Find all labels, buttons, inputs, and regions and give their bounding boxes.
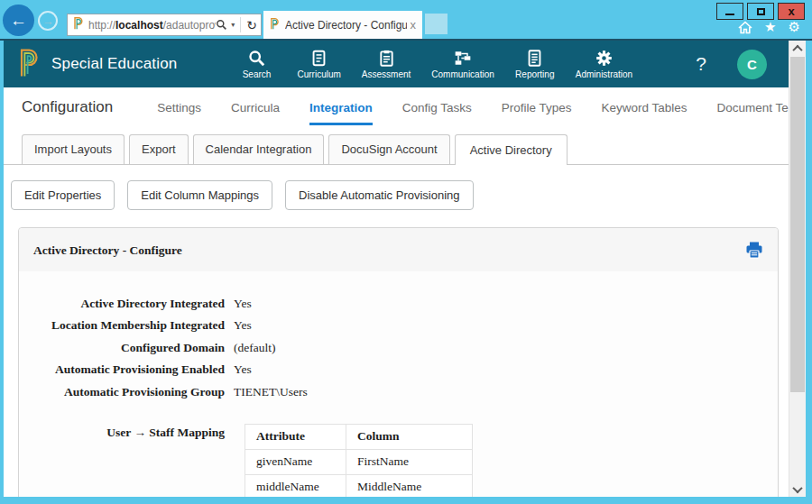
tab-config-tasks[interactable]: Config Tasks bbox=[402, 101, 472, 125]
tab-favicon-icon bbox=[270, 17, 280, 33]
search-icon bbox=[248, 50, 265, 67]
favorites-star-icon[interactable]: ★ bbox=[764, 19, 776, 35]
chevron-down-icon[interactable]: ▾ bbox=[231, 21, 235, 29]
nav-item-administration[interactable]: Administration bbox=[576, 50, 632, 79]
back-icon: ← bbox=[10, 11, 27, 31]
maximize-button[interactable] bbox=[747, 3, 774, 20]
close-icon: x bbox=[788, 5, 794, 18]
forward-icon: → bbox=[42, 14, 54, 28]
nav-item-curriculum[interactable]: Curriculum bbox=[298, 50, 341, 79]
config-header: Configuration Settings Curricula Integra… bbox=[4, 87, 789, 125]
user-staff-mapping-section: User → Staff Mapping Attribute Column bbox=[33, 424, 763, 497]
chevron-up-icon bbox=[792, 44, 802, 54]
url-host: localhost bbox=[115, 19, 163, 32]
subtab-active-directory[interactable]: Active Directory bbox=[455, 134, 567, 165]
tab-curricula[interactable]: Curricula bbox=[231, 101, 280, 125]
field-label: Location Membership Integrated bbox=[33, 315, 225, 336]
tab-keyword-tables[interactable]: Keyword Tables bbox=[602, 101, 687, 125]
active-directory-panel: Active Directory - Configure Active Dire… bbox=[18, 227, 779, 497]
panel-title: Active Directory - Configure bbox=[33, 243, 745, 258]
action-buttons: Edit Properties Edit Column Mappings Dis… bbox=[4, 165, 789, 210]
window-controls: x bbox=[716, 3, 805, 20]
field-value: Yes bbox=[234, 293, 252, 315]
field-label: Automatic Provisioning Group bbox=[33, 381, 225, 403]
field-label: Configured Domain bbox=[33, 337, 225, 359]
refresh-icon[interactable]: ↻ bbox=[246, 18, 257, 32]
page-viewport: Special Education Search Curriculum Asse… bbox=[4, 41, 806, 497]
scroll-down-button[interactable] bbox=[789, 481, 806, 497]
gear-icon bbox=[595, 50, 613, 67]
app-logo-icon[interactable] bbox=[19, 48, 41, 81]
tab-close-icon[interactable]: x bbox=[411, 18, 417, 32]
main-nav: Search Curriculum Assessment Communicati… bbox=[237, 50, 633, 79]
vertical-scrollbar[interactable] bbox=[789, 41, 806, 497]
tab-profile-types[interactable]: Profile Types bbox=[502, 101, 572, 125]
sitemap-icon bbox=[454, 50, 472, 67]
table-row: givenName FirstName bbox=[245, 450, 473, 475]
print-icon[interactable] bbox=[745, 242, 763, 259]
help-button[interactable]: ? bbox=[696, 53, 706, 75]
field-row: Location Membership Integrated Yes bbox=[33, 315, 763, 336]
field-label: Automatic Provisioning Enabled bbox=[33, 359, 225, 380]
minimize-button[interactable] bbox=[716, 3, 743, 20]
browser-tab[interactable]: Active Directory - Configure x bbox=[263, 11, 422, 39]
column-header: Attribute bbox=[245, 425, 346, 450]
table-row: middleName MiddleName bbox=[245, 475, 473, 497]
tab-integration[interactable]: Integration bbox=[309, 101, 373, 125]
mapping-label: User → Staff Mapping bbox=[33, 424, 225, 497]
nav-item-communication[interactable]: Communication bbox=[431, 50, 494, 79]
field-label: Active Directory Integrated bbox=[33, 293, 225, 315]
field-value: (default) bbox=[234, 337, 275, 359]
close-button[interactable]: x bbox=[778, 3, 805, 20]
forward-button[interactable]: → bbox=[38, 11, 58, 31]
new-tab-button[interactable] bbox=[425, 14, 448, 34]
settings-gear-icon[interactable]: ⚙ bbox=[789, 19, 800, 35]
page-content: Special Education Search Curriculum Asse… bbox=[4, 41, 789, 497]
divider bbox=[240, 17, 241, 32]
edit-column-mappings-button[interactable]: Edit Column Mappings bbox=[127, 180, 272, 210]
panel-body: Active Directory Integrated Yes Location… bbox=[19, 271, 778, 497]
tab-document-templates[interactable]: Document Templates bbox=[717, 101, 789, 125]
sub-tabs: Import Layouts Export Calendar Integrati… bbox=[4, 134, 789, 165]
disable-automatic-provisioning-button[interactable]: Disable Automatic Provisioning bbox=[285, 180, 473, 210]
table-cell: middleName bbox=[245, 475, 346, 497]
table-cell: FirstName bbox=[346, 450, 473, 475]
table-header-row: Attribute Column bbox=[245, 425, 473, 450]
table-cell: MiddleName bbox=[346, 475, 473, 497]
book-icon bbox=[310, 50, 328, 67]
panel-header: Active Directory - Configure bbox=[19, 228, 778, 271]
subtab-import-layouts[interactable]: Import Layouts bbox=[22, 134, 125, 164]
url-text: http://localhost/adautoprovision.asp bbox=[88, 19, 216, 32]
maximize-icon bbox=[757, 8, 765, 15]
home-icon[interactable] bbox=[738, 21, 752, 34]
chrome-right-icons: ★ ⚙ bbox=[738, 19, 800, 35]
browser-chrome: ← → http://localhost/adautoprovision.asp… bbox=[0, 0, 812, 39]
field-row: Automatic Provisioning Enabled Yes bbox=[33, 359, 763, 380]
edit-properties-button[interactable]: Edit Properties bbox=[11, 180, 115, 210]
column-header: Column bbox=[346, 425, 473, 450]
page-title: Configuration bbox=[22, 98, 113, 125]
minimize-icon bbox=[725, 14, 734, 15]
nav-item-reporting[interactable]: Reporting bbox=[515, 50, 555, 79]
scroll-up-button[interactable] bbox=[789, 41, 806, 56]
app-header: Special Education Search Curriculum Asse… bbox=[4, 41, 789, 87]
subtab-calendar-integration[interactable]: Calendar Integration bbox=[193, 134, 325, 164]
tab-settings[interactable]: Settings bbox=[157, 101, 201, 125]
subtab-docusign-account[interactable]: DocuSign Account bbox=[328, 134, 449, 164]
tab-title: Active Directory - Configure bbox=[285, 19, 407, 32]
scrollbar-thumb[interactable] bbox=[790, 57, 805, 392]
nav-item-assessment[interactable]: Assessment bbox=[362, 50, 411, 79]
main-tabs: Settings Curricula Integration Config Ta… bbox=[157, 101, 789, 125]
app-title: Special Education bbox=[51, 55, 178, 73]
address-bar[interactable]: http://localhost/adautoprovision.asp ▾ ↻ bbox=[67, 14, 262, 36]
back-button[interactable]: ← bbox=[3, 5, 34, 36]
address-bar-icons: ▾ ↻ bbox=[216, 17, 257, 32]
field-value: Yes bbox=[234, 315, 252, 336]
nav-item-search[interactable]: Search bbox=[237, 50, 277, 79]
subtab-export[interactable]: Export bbox=[129, 134, 189, 164]
chevron-down-icon bbox=[792, 482, 802, 492]
user-avatar[interactable]: C bbox=[737, 50, 767, 79]
document-icon bbox=[527, 50, 542, 67]
mapping-table: Attribute Column givenName FirstName bbox=[245, 424, 473, 497]
search-icon[interactable] bbox=[216, 19, 227, 31]
